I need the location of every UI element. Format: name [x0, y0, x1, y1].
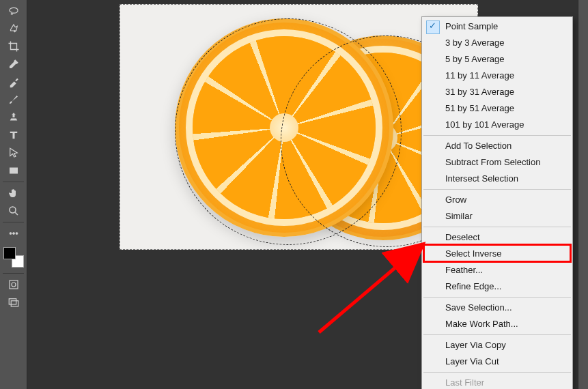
- menu-separator: [423, 297, 571, 298]
- eyedropper-tool[interactable]: [4, 56, 23, 72]
- menu-item-layer-via-copy[interactable]: Layer Via Copy: [422, 337, 572, 354]
- lasso-tool[interactable]: [4, 3, 23, 19]
- menu-item-grow[interactable]: Grow: [422, 192, 572, 208]
- menu-item-subtract-from-selection[interactable]: Subtract From Selection: [422, 154, 572, 171]
- toolbox: [0, 0, 27, 389]
- svg-rect-1: [10, 168, 18, 174]
- svg-point-0: [14, 31, 15, 32]
- clone-stamp-tool[interactable]: [4, 109, 23, 126]
- foreground-color-swatch[interactable]: [3, 247, 16, 259]
- menu-item-5-by-5-average[interactable]: 5 by 5 Average: [422, 51, 572, 68]
- rectangle-tool[interactable]: [4, 162, 23, 179]
- svg-point-2: [10, 207, 16, 213]
- color-swatches[interactable]: [3, 247, 24, 268]
- zoom-tool[interactable]: [4, 203, 23, 219]
- menu-item-select-inverse[interactable]: Select Inverse: [422, 246, 572, 262]
- svg-rect-9: [11, 301, 18, 306]
- menu-item-last-filter: Last Filter: [422, 375, 572, 389]
- screen-mode-icon[interactable]: [4, 294, 23, 311]
- menu-item-similar[interactable]: Similar: [422, 208, 572, 225]
- svg-rect-6: [10, 280, 18, 289]
- menu-item-11-by-11-average[interactable]: 11 by 11 Average: [422, 68, 572, 84]
- menu-separator: [423, 189, 571, 190]
- menu-item-refine-edge[interactable]: Refine Edge...: [422, 278, 572, 295]
- menu-separator: [423, 135, 571, 136]
- brush-tool[interactable]: [4, 91, 23, 108]
- menu-item-save-selection[interactable]: Save Selection...: [422, 300, 572, 316]
- type-tool[interactable]: [4, 127, 23, 143]
- menu-item-31-by-31-average[interactable]: 31 by 31 Average: [422, 84, 572, 100]
- svg-point-4: [12, 233, 14, 235]
- menu-item-deselect[interactable]: Deselect: [422, 229, 572, 246]
- context-menu: Point Sample3 by 3 Average5 by 5 Average…: [421, 16, 573, 389]
- menu-item-intersect-selection[interactable]: Intersect Selection: [422, 171, 572, 187]
- crop-tool[interactable]: [4, 38, 23, 55]
- svg-rect-8: [9, 299, 16, 304]
- path-selection-tool[interactable]: [4, 145, 23, 161]
- menu-item-feather[interactable]: Feather...: [422, 262, 572, 278]
- quick-selection-tool[interactable]: [4, 20, 23, 37]
- menu-item-make-work-path[interactable]: Make Work Path...: [422, 316, 572, 332]
- menu-separator: [423, 227, 571, 227]
- panel-dock: [578, 0, 588, 389]
- quick-mask-icon[interactable]: [4, 276, 23, 293]
- menu-separator: [423, 334, 571, 335]
- edit-toolbar-icon[interactable]: [4, 225, 23, 242]
- svg-point-7: [12, 283, 16, 287]
- svg-point-5: [16, 233, 18, 235]
- menu-item-51-by-51-average[interactable]: 51 by 51 Average: [422, 100, 572, 117]
- spot-healing-tool[interactable]: [4, 74, 23, 90]
- menu-item-layer-via-cut[interactable]: Layer Via Cut: [422, 354, 572, 370]
- svg-point-3: [10, 233, 12, 235]
- menu-item-point-sample[interactable]: Point Sample: [422, 18, 572, 35]
- orange-slice-front: [175, 18, 393, 237]
- menu-separator: [423, 372, 571, 373]
- menu-item-3-by-3-average[interactable]: 3 by 3 Average: [422, 35, 572, 51]
- menu-item-add-to-selection[interactable]: Add To Selection: [422, 138, 572, 154]
- hand-tool[interactable]: [4, 185, 23, 201]
- menu-item-101-by-101-average[interactable]: 101 by 101 Average: [422, 117, 572, 133]
